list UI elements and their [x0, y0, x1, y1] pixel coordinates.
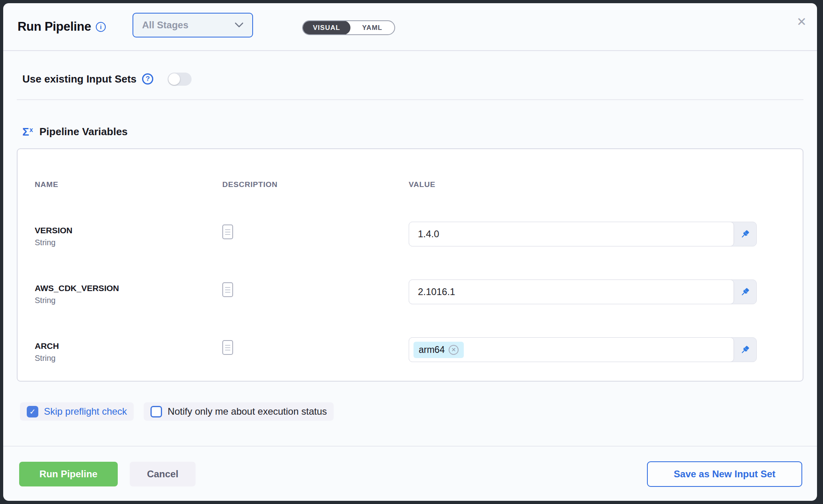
skip-preflight-option[interactable]: ✓ Skip preflight check [20, 402, 134, 421]
variable-description-cell [222, 275, 409, 333]
variable-name: ARCH [35, 341, 222, 351]
notify-me-checkbox[interactable] [150, 406, 162, 417]
tag-label: arm64 [419, 345, 445, 355]
value-input-group [409, 222, 757, 246]
table-row-aws-cdk-version: AWS_CDK_VERSION String [35, 275, 757, 333]
column-header-name: NAME [35, 180, 222, 189]
input-sets-toggle[interactable] [168, 73, 192, 86]
variable-description-cell [222, 333, 409, 391]
tag-chip: arm64 ✕ [413, 342, 464, 358]
toggle-knob [168, 73, 180, 85]
variable-name: AWS_CDK_VERSION [35, 284, 222, 293]
pipeline-variables-heading: Σx Pipeline Variables [22, 126, 803, 138]
cancel-button[interactable]: Cancel [130, 462, 196, 486]
tab-yaml[interactable]: YAML [350, 21, 394, 34]
notify-me-option[interactable]: Notify only me about execution status [144, 402, 334, 421]
sigma-variables-icon: Σx [22, 126, 33, 138]
stage-select-value: All Stages [142, 20, 235, 31]
pipeline-variables-title: Pipeline Variables [40, 126, 128, 138]
table-row-arch: ARCH String arm64 ✕ [35, 333, 757, 391]
variable-name: VERSION [35, 226, 222, 235]
variable-value-cell [409, 217, 757, 275]
variable-type: String [35, 296, 222, 305]
pin-icon [740, 345, 750, 355]
skip-preflight-checkbox[interactable]: ✓ [27, 406, 38, 417]
help-icon[interactable]: ? [142, 73, 153, 85]
variable-name-cell: ARCH String [35, 333, 222, 391]
use-existing-input-sets-label: Use existing Input Sets [22, 73, 137, 85]
info-icon[interactable]: i [96, 22, 106, 32]
section-divider [17, 99, 803, 100]
column-header-description: DESCRIPTION [222, 180, 409, 189]
arch-value-taginput[interactable]: arm64 ✕ [409, 337, 734, 362]
variables-table-header: NAME DESCRIPTION VALUE [35, 180, 757, 189]
dialog-footer: Run Pipeline Cancel Save as New Input Se… [3, 446, 817, 501]
description-icon [222, 340, 233, 355]
table-row-version: VERSION String [35, 217, 757, 275]
visual-yaml-toggle: VISUAL YAML [302, 20, 395, 35]
close-icon[interactable]: ✕ [797, 16, 807, 28]
variable-value-cell: arm64 ✕ [409, 333, 757, 391]
column-header-value: VALUE [409, 180, 757, 189]
aws-cdk-version-value-input[interactable] [409, 280, 734, 304]
chevron-down-icon [235, 22, 243, 28]
variable-type: String [35, 354, 222, 363]
skip-preflight-label: Skip preflight check [44, 406, 127, 417]
description-icon [222, 282, 233, 297]
value-input-group: arm64 ✕ [409, 337, 757, 362]
variables-table: NAME DESCRIPTION VALUE VERSION String [17, 148, 803, 382]
use-existing-input-sets-row: Use existing Input Sets ? [22, 70, 803, 88]
variable-description-cell [222, 217, 409, 275]
pin-icon [740, 287, 750, 297]
stage-select-dropdown[interactable]: All Stages [133, 13, 253, 37]
pin-button[interactable] [734, 222, 756, 246]
dialog-header: Run Pipeline i All Stages VISUAL YAML ✕ [3, 3, 817, 51]
pin-button[interactable] [734, 338, 756, 362]
save-as-new-input-set-button[interactable]: Save as New Input Set [647, 461, 802, 487]
run-pipeline-dialog: Run Pipeline i All Stages VISUAL YAML ✕ … [3, 3, 817, 501]
notify-me-label: Notify only me about execution status [168, 406, 327, 417]
description-icon [222, 224, 233, 239]
pin-button[interactable] [734, 280, 756, 304]
variable-name-cell: AWS_CDK_VERSION String [35, 275, 222, 333]
version-value-input[interactable] [409, 222, 734, 246]
run-pipeline-button[interactable]: Run Pipeline [19, 462, 118, 486]
variable-type: String [35, 238, 222, 247]
value-input-group [409, 280, 757, 304]
variable-value-cell [409, 275, 757, 333]
pin-icon [740, 229, 750, 240]
page-title: Run Pipeline [18, 20, 91, 34]
tab-visual[interactable]: VISUAL [303, 21, 350, 35]
execution-options-row: ✓ Skip preflight check Notify only me ab… [20, 402, 803, 421]
dialog-body: Use existing Input Sets ? Σx Pipeline Va… [3, 51, 817, 446]
remove-tag-icon[interactable]: ✕ [449, 345, 459, 355]
variable-name-cell: VERSION String [35, 217, 222, 275]
